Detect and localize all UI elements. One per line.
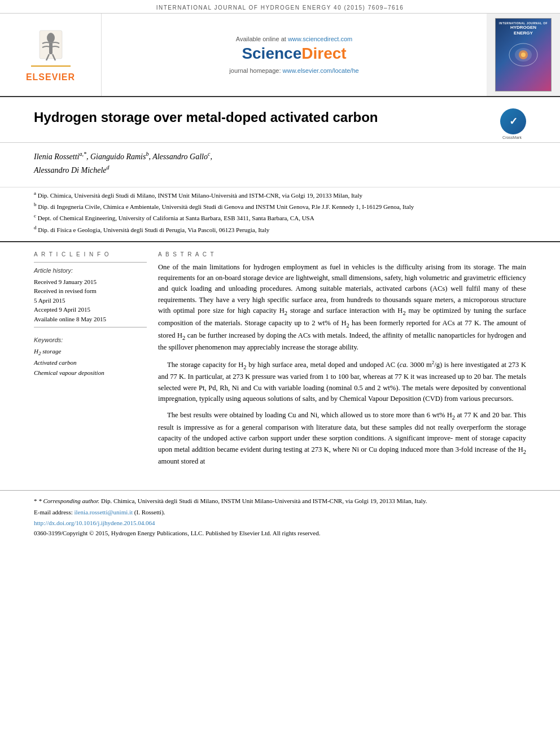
sciencedirect-logo: ScienceDirect	[242, 45, 346, 63]
article-history-label: Article history:	[34, 267, 147, 274]
right-column: A B S T R A C T One of the main limitati…	[158, 251, 526, 473]
divider-1	[34, 262, 147, 263]
author-1[interactable]: Ilenia Rossetti	[34, 152, 80, 161]
corresponding-author-label: * Corresponding author.	[38, 497, 99, 504]
corresponding-author-line: * * Corresponding author. Dip. Chimica, …	[34, 496, 526, 506]
journal-cover-image: International Journal of HYDROGENENERGY	[495, 18, 552, 91]
main-content: A R T I C L E I N F O Article history: R…	[0, 242, 560, 473]
keywords-section: Keywords: H2 storage Activated carbon Ch…	[34, 337, 147, 378]
email-note: (I. Rossetti).	[134, 509, 165, 516]
received-revised-label: Received in revised form	[34, 286, 147, 296]
left-column: A R T I C L E I N F O Article history: R…	[34, 251, 147, 473]
journal-homepage-link[interactable]: www.elsevier.com/locate/he	[283, 67, 359, 74]
author-2[interactable]: Gianguido Ramis	[90, 152, 146, 161]
cover-graphic	[501, 38, 546, 72]
affiliation-2: b Dip. di Ingegneria Civile, Chimica e A…	[34, 201, 526, 211]
divider-2	[34, 327, 147, 327]
journal-header: International Journal of Hydrogen Energy…	[0, 0, 560, 14]
available-online-text: Available online at www.sciencedirect.co…	[236, 36, 352, 42]
article-title-section: Hydrogen storage over metal-doped activa…	[0, 97, 560, 143]
keyword-3: Chemical vapour deposition	[34, 368, 147, 378]
accepted-date: Accepted 9 April 2015	[34, 305, 147, 314]
elsevier-brand-text: ELSEVIER	[26, 72, 75, 82]
received-date: Received 9 January 2015	[34, 277, 147, 287]
svg-point-7	[521, 53, 526, 57]
affiliation-4: d Dip. di Fisica e Geologia, Università …	[34, 224, 526, 234]
keywords-label: Keywords:	[34, 337, 147, 343]
affiliations-section: a Dip. Chimica, Università degli Studi d…	[0, 187, 560, 242]
crossmark-badge[interactable]: ✓ CrossMark	[498, 108, 526, 137]
keyword-1: H2 storage	[34, 347, 147, 358]
author-4[interactable]: Alessandro Di Michele	[34, 166, 107, 174]
received-revised-date: 5 April 2015	[34, 296, 147, 305]
journal-cover-area: International Journal of HYDROGENENERGY	[487, 14, 560, 96]
available-online-date: Available online 8 May 2015	[34, 314, 147, 324]
corresponding-star: *	[34, 497, 37, 504]
article-title: Hydrogen storage over metal-doped activa…	[34, 108, 487, 126]
affiliation-3: c Dept. of Chemical Engineering, Univers…	[34, 212, 526, 222]
author-2-sup: b	[146, 151, 148, 157]
article-info-header: A R T I C L E I N F O	[34, 251, 147, 257]
svg-rect-2	[49, 43, 53, 54]
affiliation-1: a Dip. Chimica, Università degli Studi d…	[34, 190, 526, 200]
elsevier-tree-icon	[28, 28, 73, 70]
email-link[interactable]: ilenia.rossetti@unimi.it	[74, 509, 133, 516]
authors-list: Ilenia Rossettia,*, Gianguido Ramisb, Al…	[34, 150, 526, 177]
svg-point-1	[47, 33, 55, 43]
author-1-sup: a,*	[80, 151, 87, 157]
corresponding-author-affiliation: Dip. Chimica, Università degli Studi di …	[101, 497, 427, 504]
author-3-sup: c	[208, 151, 210, 157]
email-label: E-mail address:	[34, 509, 73, 516]
author-3[interactable]: Alessandro Gallo	[152, 152, 208, 161]
top-banner: ELSEVIER Available online at www.science…	[0, 14, 560, 97]
doi-link[interactable]: http://dx.doi.org/10.1016/j.ijhydene.201…	[34, 519, 526, 526]
copyright-text: 0360-3199/Copyright © 2015, Hydrogen Ene…	[34, 530, 526, 536]
keyword-2: Activated carbon	[34, 358, 147, 368]
center-banner: Available online at www.sciencedirect.co…	[102, 14, 487, 96]
footnote-section: * * Corresponding author. Dip. Chimica, …	[0, 490, 560, 542]
abstract-paragraph-3: The best results were obtained by loadin…	[158, 410, 526, 467]
author-4-sup: d	[107, 164, 110, 171]
abstract-paragraph-2: The storage capacity for H2 by high surf…	[158, 359, 526, 405]
sciencedirect-link[interactable]: www.sciencedirect.com	[288, 36, 352, 42]
abstract-header: A B S T R A C T	[158, 251, 526, 257]
email-line: E-mail address: ilenia.rossetti@unimi.it…	[34, 508, 526, 517]
authors-section: Ilenia Rossettia,*, Gianguido Ramisb, Al…	[0, 143, 560, 187]
elsevier-logo-area: ELSEVIER	[0, 14, 102, 96]
crossmark-label: CrossMark	[498, 136, 526, 139]
abstract-text: One of the main limitations for hydrogen…	[158, 262, 526, 468]
journal-homepage-text: journal homepage: www.elsevier.com/locat…	[229, 67, 358, 74]
crossmark-icon[interactable]: ✓	[500, 108, 526, 134]
abstract-paragraph-1: One of the main limitations for hydrogen…	[158, 262, 526, 353]
